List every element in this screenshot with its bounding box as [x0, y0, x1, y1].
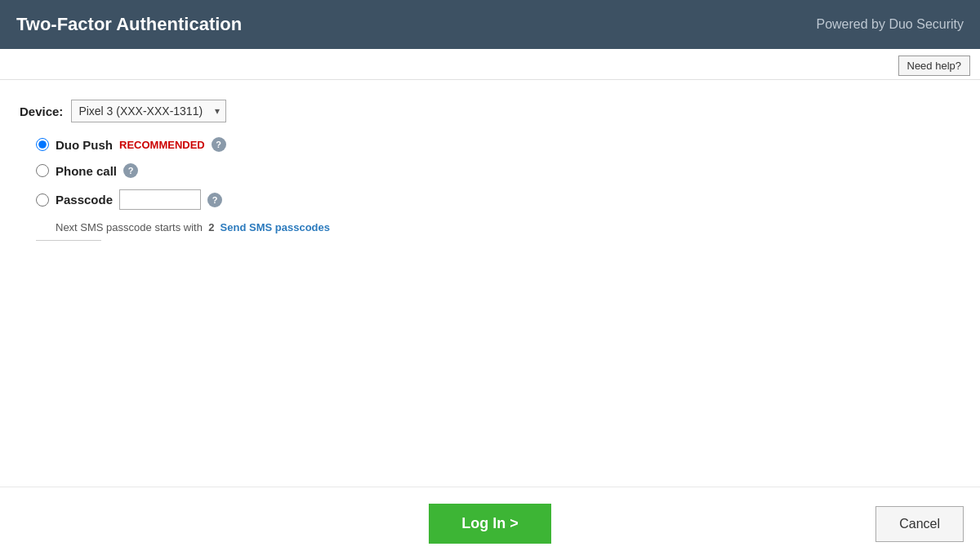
passcode-section: Passcode ? Next SMS passcode starts with…	[36, 189, 960, 233]
device-row: Device: Pixel 3 (XXX-XXX-1311) ▾	[20, 100, 960, 122]
footer-inner: Log In > Cancel	[0, 504, 980, 544]
help-bar: Need help?	[0, 49, 980, 80]
sms-number: 2	[208, 221, 214, 233]
phone-call-help-icon[interactable]: ?	[123, 163, 138, 178]
passcode-input[interactable]	[119, 189, 201, 210]
page-title: Two-Factor Authentication	[16, 14, 242, 35]
passcode-radio[interactable]	[36, 193, 49, 207]
recommended-badge: RECOMMENDED	[119, 139, 205, 151]
need-help-button[interactable]: Need help?	[898, 56, 971, 76]
powered-by-label: Powered by Duo Security	[816, 17, 964, 32]
phone-call-radio[interactable]	[36, 164, 49, 177]
duo-push-label: Duo Push	[56, 138, 113, 152]
phone-call-label: Phone call	[56, 164, 117, 178]
passcode-label: Passcode	[56, 193, 113, 207]
passcode-help-icon[interactable]: ?	[207, 193, 222, 207]
login-button[interactable]: Log In >	[429, 504, 551, 544]
send-sms-link[interactable]: Send SMS passcodes	[220, 221, 330, 233]
device-label: Device:	[20, 104, 63, 118]
cancel-button[interactable]: Cancel	[875, 506, 964, 542]
sms-info: Next SMS passcode starts with 2 Send SMS…	[56, 221, 960, 233]
main-content: Device: Pixel 3 (XXX-XXX-1311) ▾ Duo Pus…	[0, 80, 980, 241]
footer: Log In > Cancel	[0, 487, 980, 560]
sms-info-prefix: Next SMS passcode starts with	[56, 221, 203, 233]
device-select[interactable]: Pixel 3 (XXX-XXX-1311)	[71, 100, 226, 122]
duo-push-help-icon[interactable]: ?	[212, 137, 226, 152]
auth-options-section: Duo Push RECOMMENDED ? Phone call ? Pass…	[20, 137, 960, 241]
phone-call-option-row: Phone call ?	[36, 163, 960, 178]
duo-push-option-row: Duo Push RECOMMENDED ?	[36, 137, 960, 152]
passcode-option-row: Passcode ?	[36, 189, 960, 210]
divider	[36, 240, 101, 241]
device-select-wrapper[interactable]: Pixel 3 (XXX-XXX-1311) ▾	[71, 100, 226, 122]
header: Two-Factor Authentication Powered by Duo…	[0, 0, 980, 49]
duo-push-radio[interactable]	[36, 138, 49, 151]
